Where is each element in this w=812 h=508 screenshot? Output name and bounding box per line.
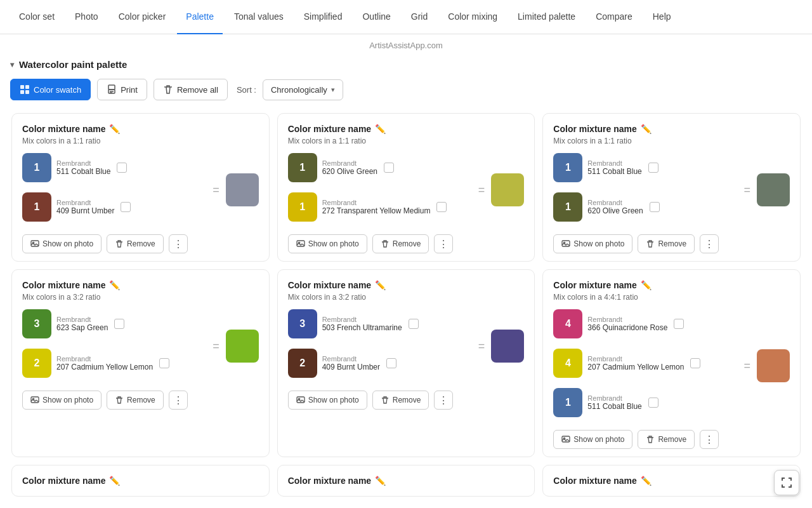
color-checkbox[interactable] [409, 319, 419, 329]
nav-simplified[interactable]: Simplified [295, 0, 351, 34]
color-brand: Rembrandt [56, 355, 153, 363]
nav-help[interactable]: Help [644, 0, 680, 34]
color-swatch-button[interactable]: Color swatch [10, 79, 91, 100]
edit-icon[interactable]: ✏️ [109, 476, 120, 486]
show-on-photo-button[interactable]: Show on photo [553, 430, 632, 449]
equals-sign: = [743, 184, 750, 197]
color-checkbox[interactable] [117, 163, 127, 173]
more-options-button[interactable]: ⋮ [700, 234, 719, 253]
equals-sign: = [743, 359, 750, 373]
colors-and-result: 3 Rembrandt 623 Sap Green 2 Rembrandt 20… [22, 309, 259, 383]
card-title: Color mixture name [553, 280, 636, 290]
show-on-photo-button[interactable]: Show on photo [22, 391, 102, 410]
remove-button[interactable]: Remove [107, 234, 164, 253]
color-info: Rembrandt 366 Quinacridone Rose [587, 316, 667, 332]
color-brand: Rembrandt [322, 199, 431, 206]
color-checkbox[interactable] [650, 202, 660, 212]
color-info: Rembrandt 620 Olive Green [587, 199, 643, 215]
color-checkbox[interactable] [114, 319, 124, 329]
image-icon [296, 396, 305, 404]
color-name: 409 Burnt Umber [56, 206, 114, 215]
color-row: 1 Rembrandt 620 Olive Green [288, 153, 472, 182]
color-badge: 1 [22, 192, 51, 222]
svg-rect-1 [25, 85, 29, 89]
sort-dropdown[interactable]: Chronologically ▾ [263, 79, 343, 100]
nav-color-set[interactable]: Color set [10, 0, 63, 34]
remove-button[interactable]: Remove [638, 234, 695, 253]
color-checkbox[interactable] [648, 163, 658, 173]
color-info: Rembrandt 503 French Ultramarine [322, 316, 402, 332]
color-brand: Rembrandt [56, 316, 108, 323]
section-title: Watercolor paint palette [19, 59, 127, 70]
show-on-photo-button[interactable]: Show on photo [22, 234, 102, 253]
edit-icon[interactable]: ✏️ [641, 280, 652, 290]
color-checkbox[interactable] [648, 398, 658, 408]
show-on-photo-button[interactable]: Show on photo [288, 391, 367, 410]
color-brand: Rembrandt [587, 355, 684, 363]
nav-limited-palette[interactable]: Limited palette [509, 0, 584, 34]
color-brand: Rembrandt [56, 159, 110, 167]
color-checkbox[interactable] [690, 358, 700, 368]
nav-compare[interactable]: Compare [587, 0, 641, 34]
color-name: 503 French Ultramarine [322, 323, 402, 332]
card-ratio: Mix colors in a 3:2 ratio [288, 293, 525, 302]
color-badge: 1 [288, 192, 317, 222]
print-button[interactable]: Print [97, 79, 147, 100]
fullscreen-button[interactable] [774, 470, 799, 495]
remove-all-button[interactable]: Remove all [154, 79, 228, 100]
colors-and-result: 1 Rembrandt 511 Cobalt Blue 1 Rembrandt … [553, 153, 790, 227]
color-info: Rembrandt 409 Burnt Umber [322, 355, 380, 371]
card-actions: Show on photo Remove ⋮ [22, 391, 259, 410]
show-on-photo-button[interactable]: Show on photo [553, 234, 632, 253]
remove-button[interactable]: Remove [107, 391, 164, 410]
more-options-button[interactable]: ⋮ [700, 430, 719, 449]
color-name: 272 Transparent Yellow Medium [322, 206, 431, 215]
nav-outline[interactable]: Outline [353, 0, 399, 34]
color-brand: Rembrandt [587, 394, 641, 402]
color-checkbox[interactable] [159, 358, 169, 368]
edit-icon[interactable]: ✏️ [641, 476, 652, 486]
trash-icon [646, 435, 655, 444]
equals-sign: = [213, 340, 219, 353]
card-title: Color mixture name [22, 280, 105, 290]
remove-button[interactable]: Remove [372, 391, 429, 410]
color-checkbox[interactable] [674, 319, 684, 329]
more-options-button[interactable]: ⋮ [434, 234, 453, 253]
color-info: Rembrandt 207 Cadmium Yellow Lemon [587, 355, 684, 371]
nav-color-picker[interactable]: Color picker [110, 0, 175, 34]
nav-grid[interactable]: Grid [402, 0, 436, 34]
palette-card: Color mixture name ✏️ Mix colors in a 4:… [542, 269, 801, 457]
nav-tonal-values[interactable]: Tonal values [225, 0, 292, 34]
nav-palette[interactable]: Palette [177, 0, 223, 34]
fullscreen-icon [780, 476, 793, 489]
more-options-button[interactable]: ⋮ [434, 391, 453, 410]
show-on-photo-button[interactable]: Show on photo [288, 234, 367, 253]
app-subtitle: ArtistAssistApp.com [0, 34, 812, 54]
edit-icon[interactable]: ✏️ [109, 280, 120, 290]
remove-button[interactable]: Remove [638, 430, 695, 449]
color-checkbox[interactable] [386, 358, 396, 368]
more-options-button[interactable]: ⋮ [169, 234, 188, 253]
nav-photo[interactable]: Photo [66, 0, 107, 34]
card-actions: Show on photo Remove ⋮ [288, 391, 525, 410]
color-checkbox[interactable] [384, 163, 394, 173]
more-options-button[interactable]: ⋮ [169, 391, 188, 410]
nav-color-mixing[interactable]: Color mixing [439, 0, 506, 34]
color-checkbox[interactable] [436, 202, 447, 212]
color-checkbox[interactable] [121, 202, 131, 212]
edit-icon[interactable]: ✏️ [375, 280, 386, 290]
color-row: 3 Rembrandt 623 Sap Green [22, 309, 206, 338]
image-icon [561, 435, 570, 444]
color-info: Rembrandt 620 Olive Green [322, 159, 377, 176]
color-info: Rembrandt 511 Cobalt Blue [587, 394, 641, 411]
edit-icon[interactable]: ✏️ [641, 124, 652, 134]
edit-icon[interactable]: ✏️ [109, 124, 120, 134]
color-badge: 2 [288, 349, 317, 378]
collapse-chevron[interactable]: ▾ [10, 60, 14, 69]
edit-icon[interactable]: ✏️ [375, 124, 386, 134]
remove-button[interactable]: Remove [372, 234, 429, 253]
color-badge: 1 [288, 153, 317, 182]
color-badge: 4 [553, 349, 582, 378]
edit-icon[interactable]: ✏️ [375, 476, 386, 486]
card-title: Color mixture name [553, 476, 636, 486]
